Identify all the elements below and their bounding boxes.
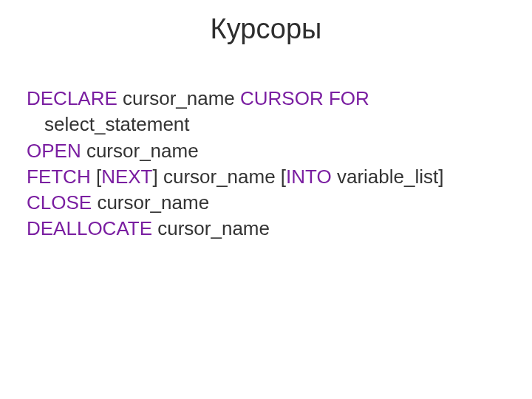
code-block: DECLARE cursor_name CURSOR FOR select_st… <box>27 86 505 242</box>
keyword-declare: DECLARE <box>27 87 117 109</box>
line-select-statement: select_statement <box>27 112 505 137</box>
slide: Курсоры DECLARE cursor_name CURSOR FOR s… <box>0 0 532 399</box>
line-open: OPEN cursor_name <box>27 139 505 163</box>
keyword-deallocate: DEALLOCATE <box>27 217 152 239</box>
text-dealloc-arg: cursor_name <box>152 217 270 239</box>
slide-title: Курсоры <box>0 0 532 45</box>
text-fetch-tail: variable_list] <box>332 166 444 188</box>
keyword-open: OPEN <box>27 140 81 162</box>
line-fetch: FETCH [NEXT] cursor_name [INTO variable_… <box>27 165 505 189</box>
text-close-arg: cursor_name <box>92 191 209 214</box>
text-open-arg: cursor_name <box>81 140 199 162</box>
keyword-fetch: FETCH <box>27 166 91 188</box>
text-cursor-name: cursor_name <box>117 87 240 109</box>
line-declare: DECLARE cursor_name CURSOR FOR <box>27 86 505 111</box>
text-bracket-open: [ <box>91 166 101 188</box>
keyword-close: CLOSE <box>27 191 92 214</box>
keyword-next: NEXT <box>101 166 152 188</box>
line-close: CLOSE cursor_name <box>27 191 505 215</box>
line-deallocate: DEALLOCATE cursor_name <box>27 216 505 241</box>
text-fetch-mid: ] cursor_name [ <box>152 166 286 188</box>
keyword-into: INTO <box>286 166 332 188</box>
text-select-statement: select_statement <box>44 113 190 135</box>
keyword-cursor-for: CURSOR FOR <box>240 87 369 109</box>
